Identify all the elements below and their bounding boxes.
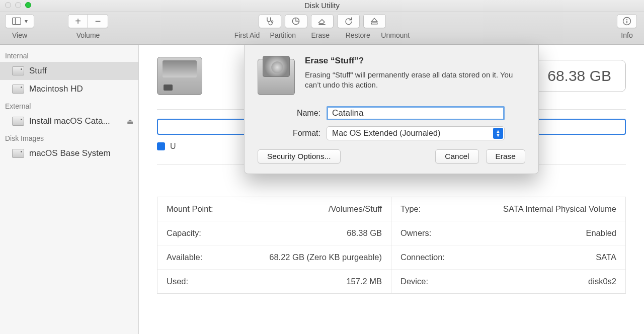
external-drive-icon bbox=[12, 117, 24, 126]
erase-label: Erase bbox=[303, 31, 338, 39]
zoom-window-button[interactable] bbox=[25, 2, 31, 8]
sidebar-item-label: Stuff bbox=[29, 66, 47, 76]
info-row: Available:68.22 GB (Zero KB purgeable) bbox=[157, 245, 391, 270]
restore-label: Restore bbox=[341, 31, 375, 39]
sidebar-item-macintosh-hd[interactable]: Macintosh HD bbox=[0, 80, 138, 98]
minus-icon: − bbox=[95, 16, 101, 27]
format-select[interactable]: Mac OS Extended (Journaled) ▲▼ bbox=[327, 126, 505, 140]
toolbar-action-labels: First Aid Partition Erase Restore Unmoun… bbox=[231, 31, 413, 39]
info-grid: Mount Point:/Volumes/Stuff Capacity:68.3… bbox=[157, 197, 626, 294]
window-controls bbox=[5, 2, 31, 8]
sidebar-item-base-system[interactable]: macOS Base System bbox=[0, 144, 138, 162]
info-row: Owners:Enabled bbox=[391, 221, 625, 245]
sidebar-header-internal: Internal bbox=[0, 48, 138, 62]
erase-sheet: Erase “Stuff”? Erasing “Stuff” will perm… bbox=[244, 45, 539, 174]
toolbar: ▾ View + − Volume bbox=[0, 12, 644, 45]
info-row: Connection:SATA bbox=[391, 245, 625, 270]
info-row: Capacity:68.38 GB bbox=[157, 221, 391, 245]
erase-form: Name: Format: Mac OS Extended (Journaled… bbox=[258, 106, 525, 140]
info-icon bbox=[622, 16, 632, 26]
titlebar: Disk Utility bbox=[0, 0, 644, 12]
sidebar-layout-icon bbox=[12, 16, 22, 26]
volume-label: Volume bbox=[68, 31, 108, 39]
toolbar-group-actions: First Aid Partition Erase Restore Unmoun… bbox=[231, 14, 413, 39]
partition-label: Partition bbox=[266, 31, 300, 39]
sidebar-item-label: Macintosh HD bbox=[29, 84, 83, 94]
plus-icon: + bbox=[75, 16, 81, 27]
format-select-value: Mac OS Extended (Journaled) bbox=[332, 129, 440, 138]
eject-icon[interactable]: ⏏ bbox=[127, 117, 133, 125]
erase-sheet-title: Erase “Stuff”? bbox=[305, 56, 516, 66]
sidebar-item-label: Install macOS Cata... bbox=[29, 116, 110, 126]
info-col-left: Mount Point:/Volumes/Stuff Capacity:68.3… bbox=[157, 197, 391, 293]
internal-drive-icon bbox=[12, 66, 24, 75]
disk-image-icon bbox=[12, 149, 24, 158]
erase-sheet-buttons: Security Options... Cancel Erase bbox=[258, 149, 525, 163]
unmount-button[interactable] bbox=[363, 14, 386, 28]
sidebar-item-label: macOS Base System bbox=[29, 148, 111, 158]
svg-rect-8 bbox=[626, 21, 627, 23]
name-input[interactable] bbox=[327, 106, 505, 120]
name-label: Name: bbox=[258, 109, 327, 118]
toolbar-group-volume: + − Volume bbox=[68, 14, 108, 39]
info-row: Mount Point:/Volumes/Stuff bbox=[157, 197, 391, 221]
select-stepper-icon: ▲▼ bbox=[493, 128, 503, 139]
security-options-button[interactable]: Security Options... bbox=[258, 149, 341, 163]
minimize-window-button[interactable] bbox=[15, 2, 21, 8]
view-label: View bbox=[5, 31, 34, 39]
sidebar-item-install-macos[interactable]: Install macOS Cata... ⏏ bbox=[0, 112, 138, 130]
eject-icon bbox=[369, 16, 379, 26]
toolbar-group-view: ▾ View bbox=[5, 14, 34, 39]
svg-point-2 bbox=[271, 21, 273, 22]
info-label: Info bbox=[617, 31, 637, 39]
close-window-button[interactable] bbox=[5, 2, 11, 8]
used-label: U bbox=[170, 142, 176, 151]
sidebar-item-stuff[interactable]: Stuff bbox=[0, 62, 138, 80]
stethoscope-icon bbox=[265, 16, 275, 26]
info-row: Type:SATA Internal Physical Volume bbox=[391, 197, 625, 221]
internal-drive-icon bbox=[12, 85, 24, 94]
svg-rect-5 bbox=[371, 23, 377, 24]
sidebar-header-external: External bbox=[0, 98, 138, 112]
info-button[interactable] bbox=[617, 14, 637, 28]
info-row: Device:disk0s2 bbox=[391, 270, 625, 293]
add-volume-button[interactable]: + bbox=[68, 14, 88, 28]
window-body: Internal Stuff Macintosh HD External Ins… bbox=[0, 45, 644, 334]
sidebar: Internal Stuff Macintosh HD External Ins… bbox=[0, 45, 139, 334]
chevron-down-icon: ▾ bbox=[25, 18, 28, 25]
svg-point-7 bbox=[626, 19, 627, 20]
erase-confirm-button[interactable]: Erase bbox=[486, 149, 526, 163]
partition-button[interactable] bbox=[285, 14, 307, 28]
unmount-label: Unmount bbox=[378, 31, 413, 39]
remove-volume-button[interactable]: − bbox=[88, 14, 108, 28]
info-col-right: Type:SATA Internal Physical Volume Owner… bbox=[391, 197, 625, 293]
sidebar-header-disk-images: Disk Images bbox=[0, 130, 138, 144]
pie-icon bbox=[291, 16, 301, 26]
restore-arrow-icon bbox=[343, 16, 353, 26]
view-mode-button[interactable]: ▾ bbox=[5, 14, 34, 28]
erase-sheet-text: Erasing “Stuff” will permanently erase a… bbox=[305, 70, 516, 91]
used-swatch bbox=[157, 142, 165, 150]
eraser-icon bbox=[317, 16, 327, 26]
first-aid-button[interactable] bbox=[259, 14, 281, 28]
erase-sheet-icon bbox=[258, 56, 295, 95]
format-label: Format: bbox=[258, 129, 327, 138]
svg-rect-0 bbox=[13, 18, 21, 24]
toolbar-group-info: Info bbox=[617, 14, 637, 39]
restore-button[interactable] bbox=[337, 14, 360, 28]
disk-size-box: 68.38 GB bbox=[533, 60, 626, 92]
disk-hero-icon bbox=[157, 57, 202, 95]
content-pane: Stuff Mac OS Extended (Journaled) 68.38 … bbox=[139, 45, 644, 334]
first-aid-label: First Aid bbox=[231, 31, 263, 39]
erase-button[interactable] bbox=[311, 14, 334, 28]
info-row: Used:157.2 MB bbox=[157, 270, 391, 293]
cancel-button[interactable]: Cancel bbox=[435, 149, 478, 163]
window-title: Disk Utility bbox=[304, 1, 340, 10]
